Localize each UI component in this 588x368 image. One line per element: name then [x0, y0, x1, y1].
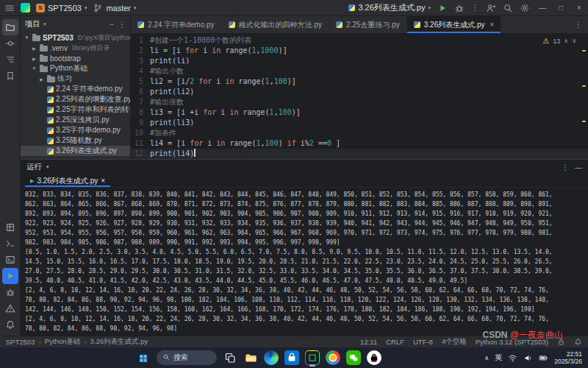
taskbar-app-task-view[interactable]: [223, 350, 237, 365]
tree-row[interactable]: 2.25深浅拷贝.py: [21, 115, 130, 125]
battery-icon[interactable]: [539, 353, 548, 363]
close-tab-icon[interactable]: ×: [101, 177, 105, 185]
editor-tab[interactable]: 3.26列表生成式.py×: [407, 16, 502, 33]
status-item[interactable]: UTF-8: [413, 338, 433, 346]
pycharm-window: S SPT2503 ▾ master ▾ 3.26列表生成式.py ▾ ⋮ —: [0, 0, 588, 368]
debug-button[interactable]: [454, 3, 465, 13]
python-console-icon[interactable]: [2, 236, 18, 252]
breadcrumb-item[interactable]: SPT2503: [6, 338, 35, 346]
start-button[interactable]: [136, 350, 151, 365]
chevron-down-icon: ▾: [85, 5, 87, 11]
code-line: 10#加条件: [131, 128, 588, 138]
project-widget[interactable]: S SPT2503 ▾: [36, 4, 87, 13]
code-editor[interactable]: ⚠ 13 ∧ ∨ 1#创建一个1-10000个数的列表2li = [i for …: [131, 34, 588, 159]
notifications-icon[interactable]: [574, 338, 582, 346]
run-options-icon[interactable]: ⋮: [562, 163, 569, 171]
taskbar-app-wechat[interactable]: [346, 350, 361, 365]
console-line: 78, 80, 82, 84, 86, 88, 90, 92, 94, 96, …: [25, 295, 588, 305]
maximize-button[interactable]: □: [555, 4, 567, 12]
run-tab[interactable]: ▶ 3.26列表生成式.py ×: [25, 174, 110, 187]
editor-tab[interactable]: 2.25去重练习.py: [329, 16, 407, 33]
volume-icon[interactable]: [523, 353, 533, 363]
code-line: 11li4 = [i for i in range(1,100) if i%2 …: [131, 138, 588, 149]
taskbar-app-chrome[interactable]: [326, 350, 340, 365]
project-tree[interactable]: ▼SPT2503D:\pyX项目\python\myflaskp▶.venvli…: [21, 32, 130, 159]
terminal-icon[interactable]: [2, 252, 18, 268]
breadcrumb-item[interactable]: 3.26列表生成式.py: [90, 337, 148, 347]
input-language-indicator[interactable]: 英: [495, 353, 502, 363]
run-console[interactable]: 832, 833, 834, 835, 836, 837, 838, 839, …: [21, 188, 588, 336]
chevron-collapsed-icon[interactable]: ▶: [31, 46, 37, 51]
commit-icon[interactable]: [2, 35, 18, 52]
taskbar-search[interactable]: 搜索: [157, 350, 217, 365]
main-menu-icon[interactable]: [4, 3, 15, 13]
project-icon[interactable]: [2, 19, 18, 35]
tree-row[interactable]: 3.25随机数.py: [21, 135, 130, 146]
tree-row[interactable]: 2.24 字符串demo.py: [21, 84, 130, 94]
taskbar-app-pycharm[interactable]: [305, 350, 320, 365]
panel-options-icon[interactable]: ⋮: [118, 21, 126, 29]
tree-row[interactable]: ▶bootstrap: [21, 53, 130, 63]
editor-tab[interactable]: 格式化输出的四种方法.py: [222, 16, 329, 33]
structure-icon[interactable]: [2, 52, 18, 68]
editor-scrollbar[interactable]: [581, 34, 588, 159]
run-panel-title: 运行: [26, 162, 42, 172]
status-item[interactable]: 4个空格: [442, 337, 467, 347]
chevron-collapsed-icon[interactable]: ▶: [31, 56, 37, 61]
run-button[interactable]: [437, 3, 448, 13]
chevron-collapsed-icon[interactable]: ▶: [38, 77, 45, 82]
status-item[interactable]: 12:11: [360, 338, 377, 346]
run-icon[interactable]: [2, 268, 18, 284]
wifi-icon[interactable]: [508, 353, 517, 363]
chevron-expanded-icon[interactable]: ▼: [24, 35, 30, 40]
breadcrumb-item[interactable]: Python基础: [45, 337, 81, 347]
python-packages-icon[interactable]: [2, 219, 18, 236]
settings-icon[interactable]: [520, 3, 530, 13]
chevron-expanded-icon[interactable]: ▼: [31, 66, 37, 71]
tree-row[interactable]: 3.26列表生成式.py: [21, 146, 130, 156]
close-button[interactable]: ×: [573, 4, 585, 12]
code-token: )]: [287, 77, 296, 87]
clock[interactable]: 22:51 2025/3/26: [554, 350, 582, 365]
collapse-all-icon[interactable]: −: [110, 21, 114, 29]
status-item[interactable]: CRLF: [386, 338, 404, 346]
bookmarks-icon[interactable]: [2, 68, 18, 84]
problems-icon[interactable]: [2, 300, 18, 316]
code-line: 2li = [i for i in range(1,1000)]: [131, 46, 588, 56]
prev-problem-icon[interactable]: ∧: [564, 36, 568, 46]
taskbar-app-edge[interactable]: [264, 350, 279, 365]
tree-row[interactable]: ▶.venvlibrary根目录: [21, 43, 130, 53]
debug-icon[interactable]: [2, 284, 18, 300]
tree-row[interactable]: ▼SPT2503D:\pyX项目\python\myflaskp: [21, 32, 130, 43]
console-line: 952, 953, 954, 955, 956, 957, 958, 959, …: [25, 228, 588, 238]
notifications-icon[interactable]: [2, 316, 18, 333]
taskbar-app-store[interactable]: [284, 350, 299, 365]
more-actions-icon[interactable]: ⋮: [471, 3, 479, 13]
tray-expand-icon[interactable]: ∧: [484, 355, 489, 361]
next-problem-icon[interactable]: ∨: [572, 36, 576, 46]
close-tab-icon[interactable]: ×: [490, 21, 495, 29]
taskbar-app-file-explorer[interactable]: [243, 350, 258, 365]
code-token: )]: [279, 46, 287, 56]
chevron-down-icon: ▾: [43, 21, 46, 27]
minimize-button[interactable]: —: [537, 4, 548, 12]
tree-row[interactable]: 3.25字符串demo.py: [21, 125, 130, 135]
branch-widget[interactable]: master ▾: [93, 3, 136, 13]
breadcrumb[interactable]: SPT2503›Python基础›3.26列表生成式.py: [6, 337, 148, 347]
editor-tab[interactable]: 2.24 字符串demo.py: [131, 16, 222, 33]
tray-date: 2025/3/26: [554, 358, 582, 365]
tree-item-label: 2.24 字符串demo.py: [56, 84, 123, 94]
tree-row[interactable]: 2.25字符串和列表的转换.py: [21, 105, 130, 115]
inspections-widget[interactable]: ⚠ 13 ∧ ∨: [542, 36, 576, 46]
code-with-me-icon[interactable]: [486, 3, 496, 13]
tree-row[interactable]: 2.25列表的增删改查.py: [21, 94, 130, 105]
tree-row[interactable]: ▼Python基础: [21, 63, 130, 74]
run-config-widget[interactable]: 3.26列表生成式.py ▾: [348, 2, 431, 13]
tab-options-icon[interactable]: ⋮: [575, 21, 582, 29]
taskbar-app-qq[interactable]: [367, 350, 381, 365]
tree-row[interactable]: ▶练习: [21, 74, 130, 84]
hide-panel-icon[interactable]: —: [575, 163, 582, 171]
search-everywhere-icon[interactable]: [503, 3, 513, 13]
line-number: 3: [131, 56, 150, 66]
code-token: (li4): [172, 149, 194, 159]
